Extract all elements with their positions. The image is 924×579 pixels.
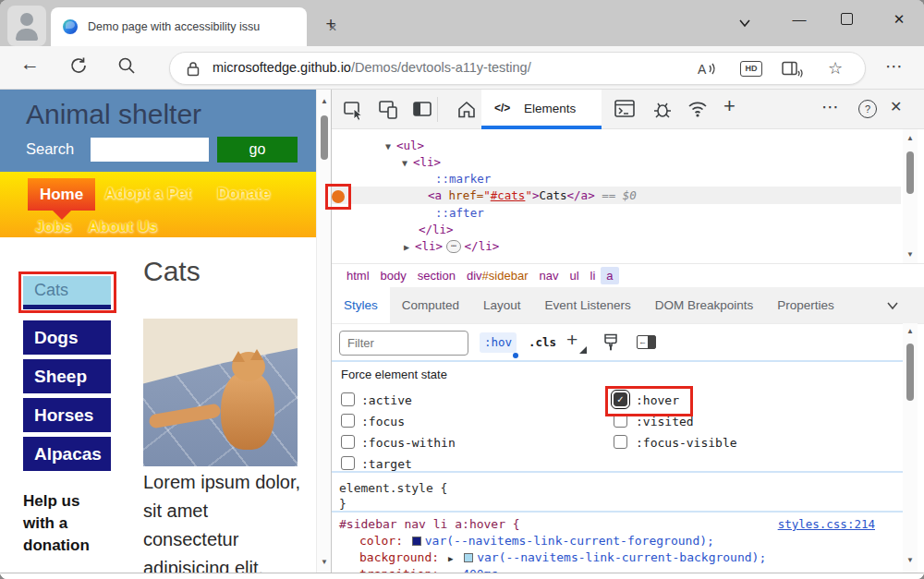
window-minimize-button[interactable]: — [787, 8, 811, 32]
tab-elements[interactable]: </> Elements [481, 90, 602, 129]
url-text[interactable]: microsoftedge.github.io/Demos/devtools-a… [213, 60, 531, 75]
devtools-more-icon[interactable]: ⋯ [821, 96, 839, 117]
nav-adopt-link[interactable]: Adopt a Pet [104, 185, 191, 203]
window-close-button[interactable]: ✕ [887, 7, 911, 31]
cls-toggle-button[interactable]: .cls [524, 332, 561, 353]
refresh-button[interactable] [68, 55, 89, 76]
browser-tab[interactable]: Demo page with accessibility issu ✕ [51, 7, 307, 46]
sidebar-item-alpacas[interactable]: Alpacas [23, 437, 111, 471]
page-scrollbar-thumb[interactable] [321, 115, 328, 160]
window-maximize-button[interactable] [841, 13, 853, 25]
checkbox-focus[interactable] [341, 414, 355, 428]
scroll-up-icon[interactable]: ▲ [903, 134, 918, 142]
tab-event-listeners[interactable]: Event Listeners [533, 287, 643, 323]
dom-line-marker[interactable]: ::marker [332, 170, 901, 187]
css-rule-block[interactable]: #sidebar nav li a:hover { styles.css:214… [332, 514, 903, 579]
color-swatch[interactable] [412, 537, 421, 546]
edge-favicon-icon [63, 19, 78, 34]
dom-line-after[interactable]: ::after [332, 204, 901, 222]
home-icon[interactable] [456, 99, 478, 121]
go-button[interactable]: go [217, 137, 298, 163]
inspect-element-icon[interactable] [343, 99, 365, 121]
sidebar-item-sheep[interactable]: Sheep [23, 359, 111, 393]
page-header: Animal shelter Search go [0, 90, 316, 172]
nav-about-link[interactable]: About Us [88, 218, 158, 236]
tab-properties[interactable]: Properties [765, 287, 846, 323]
dom-line-anchor-selected[interactable]: <a href="#cats">Cats</a> == $0 [332, 187, 901, 204]
dom-tree-scrollbar[interactable]: ▲ ▼ [903, 129, 918, 263]
profile-button[interactable] [7, 6, 46, 46]
tab-dom-breakpoints[interactable]: DOM Breakpoints [643, 287, 766, 323]
breadcrumb-a-selected[interactable]: a [601, 267, 618, 284]
expand-triangle-icon[interactable]: ▶ [448, 554, 453, 563]
browser-settings-more-icon[interactable]: ⋯ [885, 55, 904, 77]
styles-scrollbar[interactable]: ▲ ▼ [903, 323, 918, 579]
scroll-up-icon[interactable]: ▲ [317, 97, 332, 105]
breadcrumb-html[interactable]: html [341, 267, 375, 284]
tab-layout[interactable]: Layout [471, 287, 533, 323]
element-style-block[interactable]: element.style { } [332, 476, 903, 513]
color-swatch[interactable] [464, 553, 473, 562]
breadcrumb-section[interactable]: section [412, 267, 461, 284]
sidebar-position-toggle-icon[interactable]: ← [637, 335, 656, 349]
search-button[interactable] [117, 56, 136, 75]
search-label: Search [26, 140, 74, 158]
breadcrumb-nav[interactable]: nav [533, 267, 564, 284]
breadcrumb-div-sidebar[interactable]: div#sidebar [461, 267, 534, 284]
help-icon[interactable]: ? [858, 100, 877, 118]
css-property-background[interactable]: background: ▶ var(--navitems-link-curren… [359, 550, 766, 564]
back-button[interactable]: ← [20, 53, 40, 75]
device-emulation-icon[interactable] [378, 99, 400, 121]
hd-badge-icon[interactable]: HD [740, 61, 762, 77]
read-aloud-icon[interactable]: A [697, 60, 717, 78]
scroll-down-icon[interactable]: ▼ [903, 556, 918, 564]
sidebar-item-horses[interactable]: Horses [23, 398, 111, 432]
tab-computed[interactable]: Computed [390, 287, 471, 323]
sidebar-item-dogs[interactable]: Dogs [23, 320, 111, 355]
styles-scrollbar-thumb[interactable] [906, 344, 914, 401]
tab-styles[interactable]: Styles [332, 287, 390, 323]
more-tools-plus-icon[interactable]: + [723, 94, 736, 118]
nav-home-link[interactable]: Home [28, 178, 95, 211]
split-screen-audio-icon[interactable] [782, 61, 804, 78]
search-input[interactable] [91, 138, 209, 162]
rendering-brush-icon[interactable] [602, 333, 620, 354]
dom-line-li-close[interactable]: </li> [332, 221, 901, 238]
stylesheet-link[interactable]: styles.css:214 [778, 517, 875, 531]
chevron-down-icon[interactable] [886, 301, 899, 310]
new-style-rule-button[interactable]: + [566, 329, 578, 351]
css-property-color[interactable]: color: var(--navitems-link-current-foreg… [359, 534, 714, 548]
issues-bug-icon[interactable] [651, 99, 674, 121]
scroll-down-icon[interactable]: ▼ [903, 250, 918, 259]
checkbox-active[interactable] [341, 392, 355, 406]
new-tab-button[interactable]: + [320, 14, 342, 36]
checkbox-focus-within[interactable] [341, 435, 355, 449]
content-heading: Cats [143, 256, 201, 287]
network-conditions-icon[interactable] [687, 100, 709, 118]
scroll-down-icon[interactable]: ▼ [317, 558, 332, 566]
favorite-star-icon[interactable]: ☆ [828, 58, 843, 78]
dom-line-li-collapsed[interactable]: ▶ <li>⋯</li> [332, 237, 901, 255]
dom-scrollbar-thumb[interactable] [906, 151, 914, 194]
nav-jobs-link[interactable]: Jobs [35, 218, 72, 236]
styles-filter-input[interactable] [339, 331, 468, 356]
step-marker-dot [332, 190, 345, 203]
breadcrumb-body[interactable]: body [375, 267, 412, 284]
checkbox-focus-visible[interactable] [614, 435, 627, 449]
breadcrumb-ul[interactable]: ul [564, 267, 584, 284]
code-icon: </> [494, 102, 510, 115]
nav-donate-link[interactable]: Donate [217, 185, 271, 203]
hov-toggle-button[interactable]: :hov [480, 332, 517, 353]
checkbox-target[interactable] [341, 456, 355, 470]
tab-actions-chevron-icon[interactable] [736, 15, 753, 31]
lock-icon[interactable] [187, 61, 200, 77]
console-icon[interactable] [614, 100, 635, 118]
devtools-close-icon[interactable]: ✕ [890, 98, 902, 115]
scroll-up-icon[interactable]: ▲ [903, 327, 918, 335]
address-bar[interactable]: microsoftedge.github.io/Demos/devtools-a… [169, 52, 866, 85]
dom-line-ul[interactable]: ▼ <ul> [332, 137, 901, 154]
panel-layout-icon[interactable] [413, 102, 433, 118]
page-scrollbar[interactable]: ▲ ▼ [316, 90, 331, 579]
dom-line-li[interactable]: ▼ <li> [332, 153, 901, 171]
breadcrumb-li[interactable]: li [585, 267, 602, 284]
